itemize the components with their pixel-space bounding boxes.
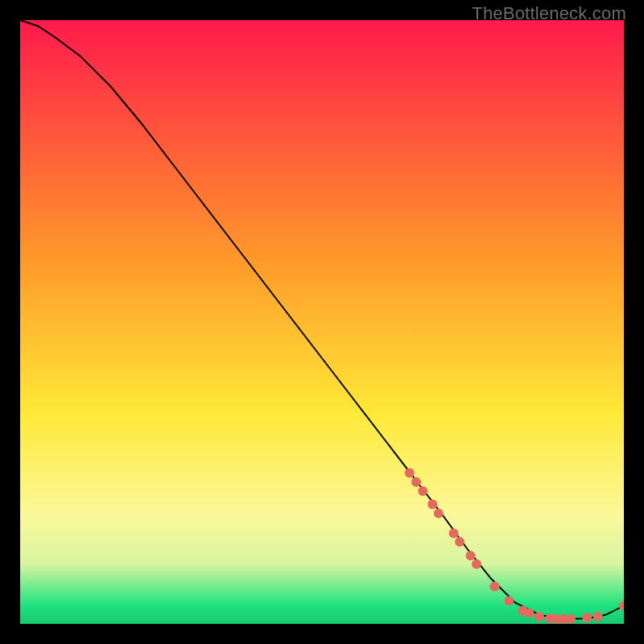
data-point (405, 469, 415, 478)
data-point (411, 477, 421, 487)
data-point (472, 559, 481, 569)
chart-background (20, 20, 624, 624)
data-point (490, 582, 500, 592)
data-point (466, 551, 476, 560)
data-point (535, 612, 544, 621)
data-point (593, 612, 603, 621)
data-point (505, 597, 514, 606)
data-point (427, 500, 437, 510)
data-point (566, 614, 576, 624)
data-point (455, 537, 464, 547)
data-point (524, 609, 534, 618)
chart-svg (20, 20, 624, 624)
data-point (449, 529, 459, 539)
data-point (434, 509, 444, 518)
chart-area (20, 20, 624, 624)
data-point (582, 613, 592, 623)
data-point (418, 486, 427, 496)
